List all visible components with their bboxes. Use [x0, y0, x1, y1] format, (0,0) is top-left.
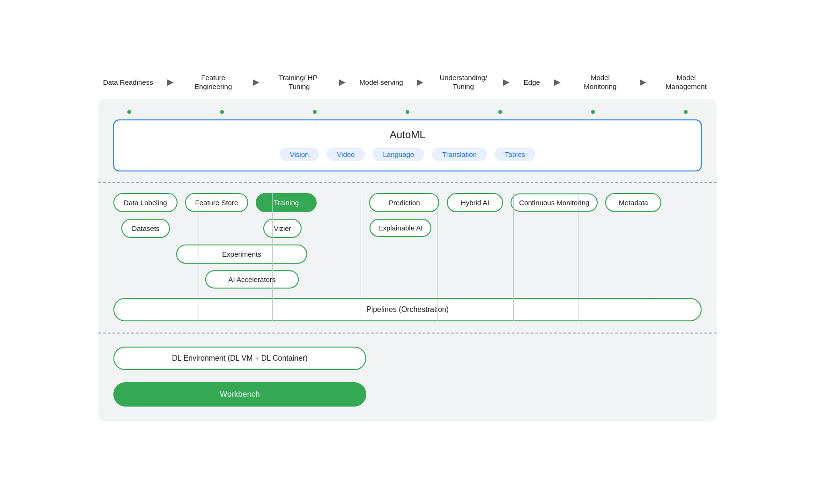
- datasets-col: Datasets: [115, 219, 176, 238]
- workbench-row: Workbench: [113, 377, 702, 407]
- pill-vizier: Vizier: [263, 219, 301, 238]
- main-row-4: AI Accelerators: [113, 270, 702, 289]
- dots-row: [113, 110, 702, 114]
- main-area: AutoML Vision Video Language Translation…: [98, 99, 717, 422]
- vizier-col: Vizier: [252, 219, 313, 238]
- dashed-divider-top: [98, 182, 717, 183]
- arrow-3: ▶: [339, 77, 346, 87]
- step-data-readiness: Data Readiness: [103, 78, 153, 87]
- main-row-2: Datasets Vizier Explainable AI: [113, 219, 702, 238]
- pill-vision: Vision: [280, 148, 319, 161]
- dot-7: [684, 110, 688, 114]
- main-row-1: Data Labeling Feature Store Training Pre…: [113, 193, 702, 212]
- arrow-7: ▶: [640, 77, 646, 87]
- arrow-1: ▶: [167, 77, 174, 87]
- pill-explainable-ai: Explainable AI: [370, 219, 431, 237]
- dl-env-row: DL Environment (DL VM + DL Container): [113, 347, 702, 370]
- step-model-management: Model Management: [660, 73, 712, 91]
- dot-3: [313, 110, 317, 114]
- arrow-2: ▶: [253, 77, 259, 87]
- pill-tables: Tables: [495, 148, 535, 161]
- arrow-5: ▶: [503, 77, 510, 87]
- step-feature-engineering: Feature Engineering: [187, 73, 239, 91]
- arrow-4: ▶: [417, 77, 423, 87]
- explainable-col: Explainable AI: [365, 219, 436, 237]
- step-training-hp: Training/ HP-Tuning: [274, 73, 325, 91]
- main-row-3: Experiments: [113, 245, 702, 264]
- pill-video: Video: [326, 148, 365, 161]
- dot-4: [406, 110, 409, 114]
- pill-datasets: Datasets: [121, 219, 170, 238]
- pill-ai-accelerators: AI Accelerators: [205, 270, 299, 289]
- workbench-pill: Workbench: [113, 382, 366, 407]
- dot-1: [127, 110, 131, 114]
- step-edge: Edge: [524, 78, 540, 87]
- step-model-serving: Model serving: [359, 78, 403, 87]
- diagram-wrapper: Data Readiness ▶ Feature Engineering ▶ T…: [80, 64, 735, 441]
- automl-title: AutoML: [126, 129, 689, 141]
- pill-language: Language: [372, 148, 424, 161]
- bottom-section: DL Environment (DL VM + DL Container) Wo…: [113, 347, 702, 407]
- dot-6: [591, 110, 595, 114]
- pill-translation: Translation: [432, 148, 487, 161]
- pill-prediction: Prediction: [369, 193, 439, 212]
- pill-experiments: Experiments: [176, 245, 307, 264]
- pill-metadata: Metadata: [605, 193, 661, 212]
- dot-5: [498, 110, 502, 114]
- pill-training: Training: [256, 193, 317, 212]
- pipelines-row: Pipelines (Orchestration): [113, 298, 702, 321]
- pill-data-labeling: Data Labeling: [113, 193, 178, 212]
- pill-hybrid-ai: Hybrid AI: [447, 193, 503, 212]
- automl-pills: Vision Video Language Translation Tables: [126, 148, 689, 161]
- pill-feature-store: Feature Store: [185, 193, 249, 212]
- pipelines-pill: Pipelines (Orchestration): [113, 298, 702, 321]
- step-model-monitoring: Model Monitoring: [574, 73, 626, 91]
- arrow-6: ▶: [554, 77, 561, 87]
- pipeline-header: Data Readiness ▶ Feature Engineering ▶ T…: [98, 73, 717, 91]
- dot-2: [220, 110, 224, 114]
- automl-box: AutoML Vision Video Language Translation…: [113, 119, 702, 171]
- pill-continuous-monitoring: Continuous Monitoring: [511, 193, 598, 212]
- inner-content: Data Labeling Feature Store Training Pre…: [113, 193, 702, 322]
- dashed-divider-bottom: [98, 333, 717, 334]
- step-understanding: Understanding/ Tuning: [437, 73, 489, 91]
- dl-env-pill: DL Environment (DL VM + DL Container): [113, 347, 366, 370]
